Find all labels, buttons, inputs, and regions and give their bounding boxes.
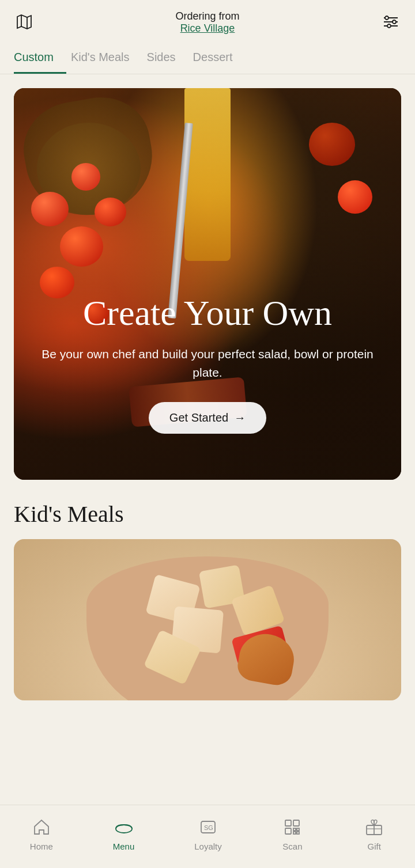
svg-rect-11 xyxy=(285,820,291,826)
tomato-5 xyxy=(71,163,100,191)
svg-rect-13 xyxy=(285,828,291,834)
nav-menu-label: Menu xyxy=(113,842,135,851)
filter-icon[interactable] xyxy=(380,11,401,34)
menu-icon xyxy=(113,816,135,838)
loyalty-icon: SG xyxy=(197,816,219,838)
category-tabs: Custom Kid's Meals Sides Dessert xyxy=(0,43,415,74)
nav-home-label: Home xyxy=(30,842,53,851)
svg-point-7 xyxy=(387,24,391,28)
header: Ordering from Rice Village xyxy=(0,0,415,43)
tomato-right2 xyxy=(338,180,372,214)
hero-content: Create Your Own Be your own chef and bui… xyxy=(14,293,401,434)
svg-rect-17 xyxy=(297,832,299,834)
hero-title: Create Your Own xyxy=(37,293,378,332)
svg-rect-16 xyxy=(293,832,296,834)
tab-custom[interactable]: Custom xyxy=(14,43,66,74)
get-started-arrow: → xyxy=(234,411,246,424)
ordering-from-label: Ordering from xyxy=(175,10,239,22)
get-started-button[interactable]: Get Started → xyxy=(149,402,266,434)
food-items xyxy=(115,562,300,689)
svg-point-6 xyxy=(393,20,396,24)
svg-rect-14 xyxy=(293,828,296,831)
nav-scan-label: Scan xyxy=(282,842,302,851)
nav-item-menu[interactable]: Menu xyxy=(113,816,135,851)
nav-loyalty-label: Loyalty xyxy=(194,842,222,851)
bottom-spacer xyxy=(0,700,415,775)
scan-icon xyxy=(281,816,303,838)
get-started-label: Get Started xyxy=(169,411,228,424)
nav-item-gift[interactable]: Gift xyxy=(363,816,385,851)
tomato-right xyxy=(309,123,355,166)
nav-item-home[interactable]: Home xyxy=(30,816,53,851)
bottom-nav: Home Menu SG Loyalty Scan xyxy=(0,805,415,868)
nav-item-loyalty[interactable]: SG Loyalty xyxy=(194,816,222,851)
tomato-1 xyxy=(31,192,69,226)
kids-meals-card[interactable] xyxy=(14,539,401,700)
svg-rect-15 xyxy=(297,828,299,831)
hero-subtitle: Be your own chef and build your perfect … xyxy=(37,345,378,381)
tab-dessert[interactable]: Dessert xyxy=(193,43,246,74)
tab-sides[interactable]: Sides xyxy=(147,43,188,74)
gift-icon xyxy=(363,816,385,838)
header-center: Ordering from Rice Village xyxy=(175,10,239,35)
kids-meals-title: Kid's Meals xyxy=(14,501,401,528)
tomato-2 xyxy=(60,226,103,267)
hero-section: Create Your Own Be your own chef and bui… xyxy=(0,74,415,480)
kids-meals-section: Kid's Meals xyxy=(0,480,415,700)
svg-text:SG: SG xyxy=(204,824,213,831)
nav-item-scan[interactable]: Scan xyxy=(281,816,303,851)
nav-gift-label: Gift xyxy=(367,842,380,851)
svg-point-5 xyxy=(385,16,388,20)
hero-card: Create Your Own Be your own chef and bui… xyxy=(14,88,401,480)
home-icon xyxy=(31,816,52,838)
map-icon[interactable] xyxy=(14,11,35,34)
tab-kids-meals[interactable]: Kid's Meals xyxy=(71,43,142,74)
tomato-4 xyxy=(95,198,126,226)
location-link[interactable]: Rice Village xyxy=(175,22,239,35)
svg-rect-12 xyxy=(293,820,299,826)
drink-glass xyxy=(184,88,231,261)
